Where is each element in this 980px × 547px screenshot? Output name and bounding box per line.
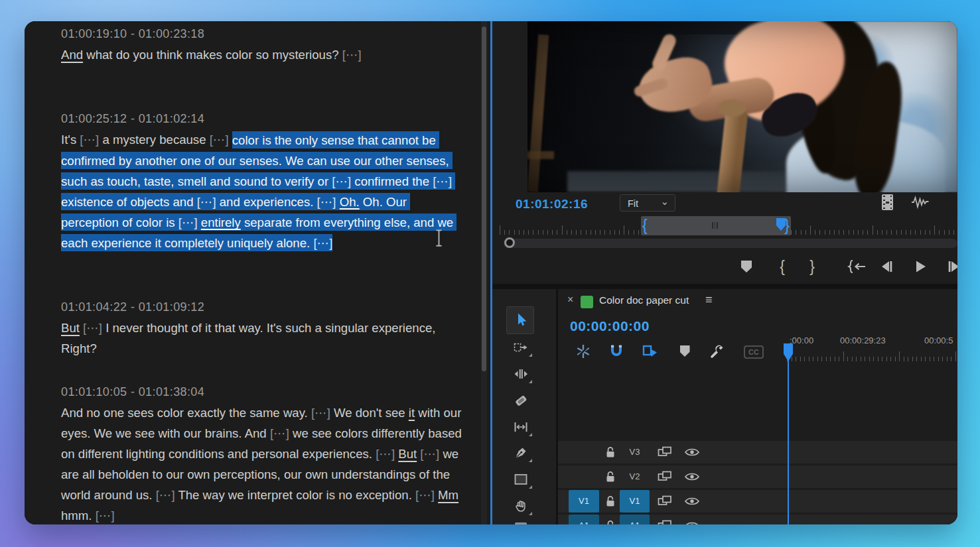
monitor-horizontal-scrollbar[interactable] (504, 239, 957, 248)
track-lock-button[interactable] (604, 495, 616, 508)
track-target-button[interactable]: V2 (620, 465, 650, 488)
snap-toggle[interactable] (608, 343, 624, 359)
ellipsis-token[interactable]: [⋯] (433, 172, 452, 190)
ripple-edit-tool-button[interactable] (514, 367, 528, 381)
transcript-word-run[interactable]: and experiences. (216, 193, 317, 210)
sequence-tab-title[interactable]: Color doc paper cut (599, 294, 689, 306)
go-to-in-button[interactable] (845, 259, 867, 274)
segment-text[interactable]: And no one sees color exactly the same w… (61, 402, 462, 524)
selection-tool-button[interactable] (514, 312, 528, 327)
track-output-toggle[interactable] (684, 446, 700, 458)
mark-in-button[interactable]: { (774, 259, 790, 274)
close-sequence-icon[interactable]: × (567, 294, 573, 306)
slip-tool-button[interactable] (514, 420, 528, 434)
timeline-add-marker-button[interactable] (677, 343, 693, 359)
drag-audio-only-button[interactable] (911, 196, 930, 212)
transcript-word-run[interactable]: a mystery because (99, 133, 209, 147)
transcript-word-run[interactable]: I never thought of it that way. It's suc… (61, 321, 439, 355)
transcript-segment[interactable]: 01:01:10:05 - 01:01:38:04And no one sees… (61, 382, 467, 524)
panel-divider-horizontal[interactable] (492, 284, 957, 289)
monitor-zoom-bar[interactable]: { } (641, 216, 791, 235)
segment-text[interactable]: It's [⋯] a mystery because [⋯] color is … (61, 129, 462, 253)
transcript-word-run[interactable] (336, 193, 340, 210)
track-output-toggle[interactable] (684, 495, 700, 507)
type-tool-button[interactable] (514, 522, 528, 524)
transcript-word-run[interactable]: entirely (201, 213, 241, 231)
track-row-v3[interactable]: V3 (558, 441, 957, 463)
captions-button[interactable]: CC (744, 345, 760, 361)
transcript-word-run[interactable]: And (61, 48, 83, 62)
timeline-display-settings-button[interactable] (709, 343, 725, 359)
ellipsis-token[interactable]: [⋯] (270, 426, 289, 440)
ellipsis-token[interactable]: [⋯] (178, 213, 198, 231)
ellipsis-token[interactable]: [⋯] (83, 321, 102, 335)
sync-lock-toggle[interactable] (658, 470, 672, 483)
track-target-button[interactable]: V1 (620, 490, 650, 513)
track-lock-button[interactable] (604, 519, 616, 524)
monitor-timecode[interactable]: 01:01:02:16 (516, 197, 588, 212)
ellipsis-token[interactable]: [⋯] (415, 488, 435, 502)
segment-text[interactable]: And what do you think makes color so mys… (61, 44, 462, 65)
ellipsis-token[interactable]: [⋯] (317, 193, 336, 210)
zoom-level-dropdown[interactable]: Fit ⌄ (620, 194, 675, 212)
transcript-segment[interactable]: 01:00:19:10 - 01:00:23:18And what do you… (61, 24, 467, 65)
segment-timecode[interactable]: 01:01:04:22 - 01:01:09:12 (61, 297, 467, 318)
mark-out-button[interactable]: } (804, 259, 820, 274)
hand-tool-button[interactable] (514, 499, 528, 513)
transcript-word-run[interactable]: But (398, 447, 417, 461)
transcript-segment[interactable]: 01:01:04:22 - 01:01:09:12But [⋯] I never… (61, 297, 467, 359)
transcript-word-run[interactable]: Mm (438, 488, 458, 502)
transcript-word-run[interactable]: Oh. (340, 193, 360, 210)
ellipsis-token[interactable]: [⋯] (210, 133, 229, 147)
source-patch-button[interactable]: A1 (569, 515, 599, 524)
sync-lock-toggle[interactable] (658, 495, 672, 508)
transcript-word-run[interactable]: confirmed the (351, 172, 433, 190)
sync-lock-toggle[interactable] (658, 446, 672, 459)
track-select-forward-tool-button[interactable] (514, 340, 528, 355)
source-patch-button[interactable]: V1 (569, 490, 599, 513)
pen-tool-button[interactable] (514, 446, 528, 460)
linked-selection-toggle[interactable] (642, 343, 658, 359)
sync-lock-toggle[interactable] (658, 519, 672, 524)
timeline-ruler-ticks[interactable] (787, 349, 957, 362)
razor-tool-button[interactable] (514, 393, 528, 408)
ellipsis-token[interactable]: [⋯] (197, 193, 216, 210)
add-marker-button[interactable] (738, 259, 754, 274)
transcript-word-run[interactable]: We don't see (330, 406, 409, 420)
track-output-toggle[interactable] (684, 471, 700, 483)
track-row-a1[interactable]: A1A1 (558, 515, 957, 524)
segment-timecode[interactable]: 01:01:10:05 - 01:01:38:04 (61, 382, 467, 402)
ellipsis-token[interactable]: [⋯] (156, 488, 175, 502)
monitor-scrollbar-knob[interactable] (504, 237, 515, 248)
track-row-v2[interactable]: V2 (558, 465, 957, 488)
drag-video-only-button[interactable] (882, 194, 893, 210)
ellipsis-token[interactable]: [⋯] (332, 172, 351, 190)
ellipsis-token[interactable]: [⋯] (313, 234, 332, 251)
segment-timecode[interactable]: 01:00:19:10 - 01:00:23:18 (61, 24, 467, 44)
track-row-v1[interactable]: V1V1 (558, 490, 957, 513)
ellipsis-token[interactable]: [⋯] (80, 133, 99, 147)
ellipsis-token[interactable]: [⋯] (311, 406, 330, 420)
ellipsis-token[interactable]: [⋯] (342, 48, 362, 62)
zoom-bar-grip[interactable] (712, 222, 720, 229)
segment-timecode[interactable]: 01:00:25:12 - 01:01:02:14 (61, 109, 467, 129)
timeline-timecode[interactable]: 00:00:00:00 (570, 318, 650, 334)
transcript-word-run[interactable]: The way we interpret color is no excepti… (175, 488, 415, 502)
transcript-word-run[interactable]: But (61, 321, 80, 335)
zoom-bar-left-handle[interactable]: { (642, 216, 648, 235)
transcript-word-run[interactable]: It's (61, 133, 80, 147)
ellipsis-token[interactable]: [⋯] (376, 447, 395, 461)
track-lock-button[interactable] (604, 446, 616, 459)
track-output-toggle[interactable] (684, 520, 700, 524)
panel-menu-icon[interactable]: ≡ (705, 293, 713, 307)
transcript-word-run[interactable]: And no one sees color exactly the same w… (61, 406, 311, 420)
transcript-scrollbar-thumb[interactable] (482, 27, 486, 371)
step-back-button[interactable] (878, 259, 894, 274)
transcript-segment[interactable]: 01:00:25:12 - 01:01:02:14It's [⋯] a myst… (61, 109, 467, 253)
track-target-button[interactable]: A1 (620, 515, 650, 524)
segment-text[interactable]: But [⋯] I never thought of it that way. … (61, 318, 462, 359)
transcript-panel[interactable]: 01:00:19:10 - 01:00:23:18And what do you… (25, 21, 490, 524)
transcript-word-run[interactable]: what do you think makes color so mysteri… (83, 48, 342, 62)
ellipsis-token[interactable]: [⋯] (96, 509, 115, 522)
nest-sequences-toggle[interactable] (575, 343, 591, 359)
